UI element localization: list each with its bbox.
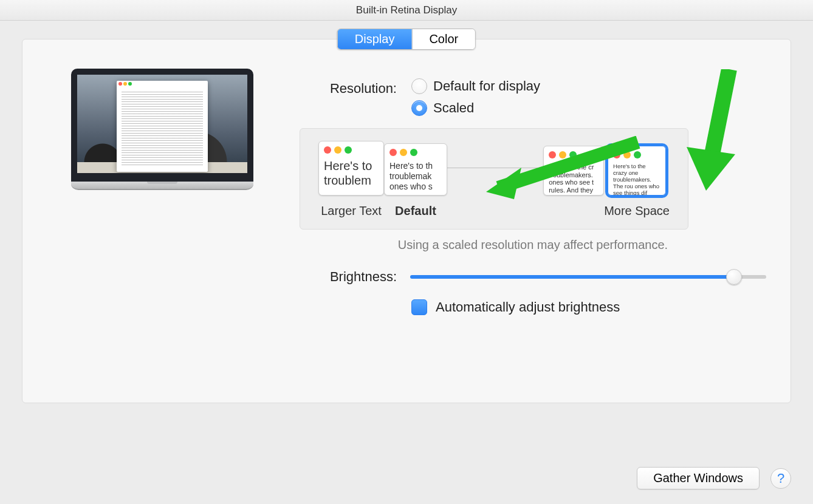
auto-brightness-label: Automatically adjust brightness — [436, 299, 620, 315]
radio-scaled[interactable]: Scaled — [411, 100, 540, 116]
scaled-option-3[interactable]: Here's to the cr troublemakers. ones who… — [543, 146, 604, 218]
tab-color[interactable]: Color — [411, 29, 475, 49]
gather-windows-button[interactable]: Gather Windows — [637, 467, 760, 489]
radio-icon — [411, 78, 427, 94]
display-preview — [47, 64, 278, 315]
scaled-option-larger-text[interactable]: Here's to troublem Larger Text — [318, 141, 384, 218]
radio-icon — [411, 100, 427, 116]
performance-note: Using a scaled resolution may affect per… — [300, 238, 766, 252]
scaled-caption: More Space — [604, 204, 670, 218]
radio-label: Default for display — [433, 78, 540, 94]
tab-segmented-control: Display Color — [337, 29, 476, 50]
window-title: Built-in Retina Display — [0, 0, 813, 21]
radio-label: Scaled — [433, 100, 474, 116]
resolution-label: Resolution: — [300, 78, 397, 97]
brightness-slider[interactable] — [410, 270, 766, 284]
sample-text: Here's to troublem — [319, 157, 383, 190]
sample-text: Here's to the crazy one troublemakers. T… — [608, 162, 665, 196]
scaled-option-default[interactable]: Here's to th troublemak ones who s Defau… — [384, 143, 447, 218]
scaled-caption: Default — [395, 204, 436, 218]
tab-display[interactable]: Display — [338, 29, 412, 49]
scaled-caption: Larger Text — [321, 204, 382, 218]
help-button[interactable]: ? — [770, 468, 791, 489]
scaled-caption — [572, 204, 575, 218]
slider-thumb-icon[interactable] — [726, 269, 742, 285]
radio-default-for-display[interactable]: Default for display — [411, 78, 540, 94]
sample-text: Here's to the cr troublemakers. ones who… — [544, 162, 603, 196]
sample-text: Here's to th troublemak ones who s — [385, 160, 447, 194]
brightness-label: Brightness: — [300, 269, 397, 285]
scaled-option-more-space[interactable]: Here's to the crazy one troublemakers. T… — [604, 146, 670, 218]
connector-line — [447, 168, 543, 168]
window-body: Display Color Resolution: — [0, 21, 813, 504]
auto-brightness-checkbox[interactable] — [411, 299, 427, 315]
display-panel: Display Color Resolution: — [22, 39, 791, 403]
scaled-options: Here's to troublem Larger Text Here's to… — [300, 128, 688, 230]
